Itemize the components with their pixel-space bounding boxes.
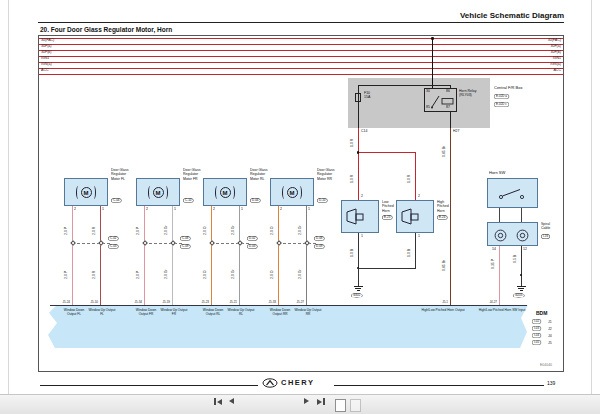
wire-label: 2.0 O bbox=[203, 226, 207, 235]
wire-label: 2.0 Gr bbox=[298, 269, 302, 279]
wire-label: 1.0 R bbox=[350, 175, 354, 183]
inline-connector-tag: D-08 bbox=[314, 236, 325, 241]
wire-label: 2.0 O bbox=[270, 226, 274, 235]
last-page-icon bbox=[317, 399, 322, 405]
motor-connector: D-04 bbox=[250, 198, 261, 203]
wire-label: 2.0 Gr bbox=[231, 269, 235, 279]
bdm-pin: J5-21 bbox=[218, 300, 237, 303]
rail-label-right: 30F(b) bbox=[528, 50, 561, 54]
previous-page-button[interactable] bbox=[229, 398, 234, 404]
wire-label: 2.0 P bbox=[136, 271, 140, 279]
motor-pin: 2 bbox=[146, 207, 148, 211]
spiral-cable-label: Spiral Cable bbox=[541, 222, 550, 230]
previous-page-icon bbox=[229, 398, 234, 404]
rail-label-right: IGN(a) bbox=[528, 62, 561, 66]
motor-paren bbox=[92, 186, 96, 199]
power-rail-line bbox=[39, 44, 563, 45]
wire-label: 0.5 B bbox=[513, 255, 517, 263]
wire-label: 2.0 P bbox=[136, 227, 140, 235]
motor-paren bbox=[215, 186, 219, 199]
ground-icon bbox=[517, 286, 526, 287]
first-page-button[interactable] bbox=[214, 398, 222, 405]
motor-wire bbox=[211, 206, 212, 305]
pin-c14: C14 bbox=[361, 129, 367, 133]
next-page-icon bbox=[304, 398, 309, 404]
wire-label: 2.0 Gr bbox=[164, 225, 168, 235]
motor-pin: 1 bbox=[102, 207, 104, 211]
box-internal-wire bbox=[358, 85, 451, 86]
horn-pin-top: 2 bbox=[418, 194, 420, 198]
wire-label: 2.0 Gr bbox=[164, 269, 168, 279]
motor-label: Door Glass Regulator Motor RR bbox=[317, 168, 335, 180]
previous-view-button[interactable] bbox=[335, 399, 346, 412]
bdm-signal-label: Window Up Output FR bbox=[159, 308, 189, 316]
ground-tag: G203 bbox=[513, 293, 524, 298]
rail-label-left: 30F(b) bbox=[41, 50, 52, 54]
next-page-button[interactable] bbox=[304, 398, 309, 404]
next-view-button[interactable] bbox=[350, 399, 361, 412]
rail-label-right: ACC bbox=[528, 68, 561, 72]
wire-label: 2.0 P bbox=[64, 227, 68, 235]
bdm-title: BDM bbox=[536, 310, 547, 316]
motor-pin: 1 bbox=[308, 207, 310, 211]
bdm-signal-label: Window Down Output FR bbox=[131, 308, 161, 316]
header-rule bbox=[38, 22, 564, 23]
bdm-signal-label: High/Low Pitched Horn SW Input bbox=[477, 308, 527, 312]
motor-paren bbox=[76, 186, 80, 199]
ground-icon bbox=[357, 290, 360, 291]
high-horn-connector: E-24 bbox=[437, 215, 447, 220]
spiral-pin-right: 12 bbox=[523, 247, 527, 251]
inline-connector-link bbox=[278, 243, 316, 244]
pdf-viewer: Vehicle Schematic Diagram 20. Four Door … bbox=[0, 0, 600, 414]
motor-label: Door Glass Regulator Motor FR bbox=[183, 168, 201, 180]
motor-paren bbox=[148, 186, 152, 199]
fuse-symbol bbox=[355, 93, 361, 102]
drawing-code: E04040 bbox=[540, 363, 552, 367]
wire-label: 2.0 O bbox=[203, 270, 207, 279]
fuse-label: F10 15A bbox=[364, 91, 370, 99]
motor-connector: C-04 bbox=[111, 198, 122, 203]
horn-speaker-icon bbox=[401, 208, 423, 226]
coil-icon bbox=[516, 229, 529, 242]
power-rail-line bbox=[39, 74, 563, 75]
bdm-pin: J5-1 bbox=[429, 300, 448, 303]
horn-relay-label: Horn Relay (RLY03) bbox=[459, 89, 477, 97]
wire-label: 0.35 P bbox=[491, 259, 495, 269]
wire-label: 1.0 B bbox=[407, 249, 411, 257]
bdm-pin: J5-19 bbox=[151, 300, 170, 303]
wire-label: 2.0 P bbox=[64, 271, 68, 279]
central-box-connector-c: E-02D c bbox=[494, 102, 509, 107]
spiral-cable-connector: I-16 bbox=[541, 234, 550, 239]
relay-out-stub bbox=[450, 112, 451, 128]
bdm-connector-tag: I-03 bbox=[532, 326, 541, 331]
bdm-pin: J4-27 bbox=[478, 300, 497, 303]
rail-label-right: 30(FAC) bbox=[528, 38, 561, 42]
motor-wire bbox=[172, 206, 173, 305]
bdm-connector-group: J5 bbox=[548, 341, 552, 345]
pin-h27: H27 bbox=[453, 129, 459, 133]
inline-connector-tag: C-08 bbox=[180, 236, 191, 241]
chery-logo-icon bbox=[262, 378, 278, 388]
last-page-button[interactable] bbox=[317, 398, 325, 405]
brand-text: CHERY bbox=[281, 378, 314, 387]
motor-wire bbox=[239, 206, 240, 305]
wire-label: 1.0 R bbox=[350, 139, 354, 147]
bdm-signal-label: Window Up Output FL bbox=[87, 308, 117, 316]
ground-stem bbox=[358, 268, 359, 286]
power-rail-line bbox=[39, 50, 563, 51]
footer-rule-right bbox=[334, 385, 544, 386]
horn-sw-signal-wire bbox=[499, 246, 500, 305]
ground-icon bbox=[518, 288, 524, 289]
page-left-edge bbox=[8, 0, 9, 394]
rail-label-left: 30(FAC) bbox=[41, 38, 54, 42]
first-page-icon bbox=[217, 399, 222, 405]
rail-label-left: IGN(a) bbox=[41, 62, 52, 66]
horn-feed-branch bbox=[358, 152, 416, 153]
horn-feed-wire bbox=[358, 128, 359, 200]
bdm-pin: J5-34 bbox=[123, 300, 142, 303]
bdm-signal-label: Window Down Output RR bbox=[265, 308, 295, 316]
motor-paren bbox=[282, 186, 286, 199]
horn-pin-top: 2 bbox=[361, 194, 363, 198]
fuse-feed-wire bbox=[358, 85, 359, 128]
inline-connector-link bbox=[72, 243, 110, 244]
